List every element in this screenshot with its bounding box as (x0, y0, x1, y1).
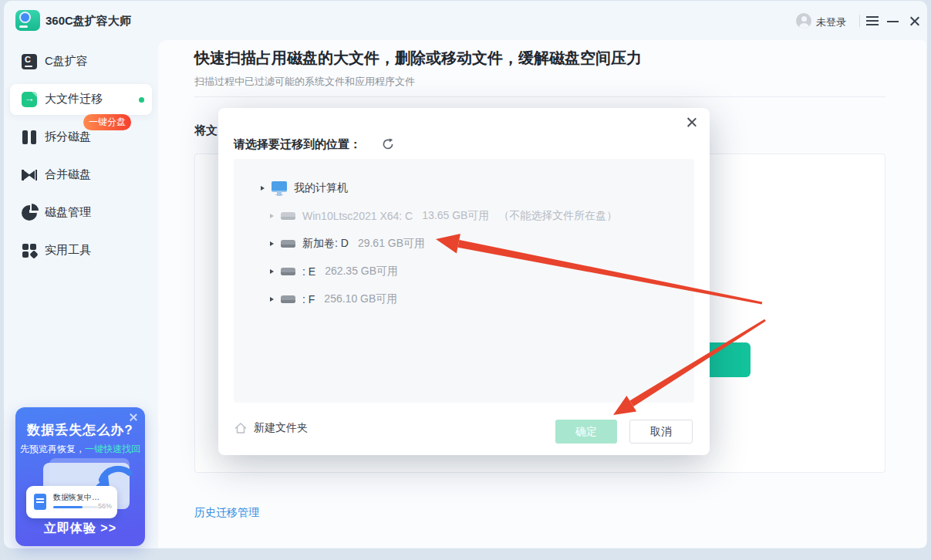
drive-tree-panel: 我的计算机 Win10Ltsc2021 X64: C 13.65 GB可用 （不… (234, 159, 694, 403)
tree-row-note: （不能选择文件所在盘） (498, 209, 617, 223)
sidebar-item-label: 合并磁盘 (45, 167, 91, 182)
hard-drive-icon (281, 240, 295, 248)
expander-icon[interactable] (261, 186, 265, 191)
tree-row-drive-c[interactable]: Win10Ltsc2021 X64: C 13.65 GB可用 （不能选择文件所… (234, 202, 694, 230)
login-status[interactable]: 未登录 (816, 15, 846, 29)
app-logo-icon (15, 10, 40, 31)
progress-bar (53, 506, 98, 508)
progress-percent: 56% (98, 502, 112, 510)
menu-icon[interactable] (866, 16, 879, 18)
c-drive-icon: C (22, 54, 37, 69)
app-window: 360C盘扩容大师 未登录 C C盘扩容 → 大文件迁移 一键分盘 拆分磁盘 合… (0, 0, 931, 560)
sidebar-item-c-drive-expand[interactable]: C C盘扩容 (10, 46, 152, 77)
promo-subtitle: 先预览再恢复，一键快速找回 (15, 443, 145, 456)
tree-row-label: Win10Ltsc2021 X64: C (302, 210, 413, 222)
data-recovery-promo-card[interactable]: 数据丢失怎么办? 先预览再恢复，一键快速找回 数据恢复中… 56% 立即体验 >… (15, 407, 145, 546)
sidebar-item-label: C盘扩容 (45, 54, 88, 69)
split-disk-icon (22, 130, 37, 145)
tree-row-size: 256.10 GB可用 (324, 292, 397, 306)
expander-icon[interactable] (270, 269, 274, 274)
sidebar-item-label: 实用工具 (45, 243, 91, 258)
notification-dot (139, 97, 144, 103)
sidebar-item-big-file-migrate[interactable]: → 大文件迁移 (10, 84, 152, 115)
divider (194, 96, 885, 97)
document-icon (34, 494, 46, 510)
dialog-title: 请选择要迁移到的位置： (234, 137, 361, 152)
hard-drive-icon (281, 295, 295, 303)
promo-illustration: 数据恢复中… 56% (26, 458, 134, 531)
tree-row-drive-d[interactable]: 新加卷: D 29.61 GB可用 (234, 230, 694, 258)
promo-title: 数据丢失怎么办? (15, 421, 145, 439)
migrate-file-icon: → (22, 92, 37, 107)
hard-drive-icon (281, 212, 295, 220)
page-title: 快速扫描占用磁盘的大文件，删除或移动文件，缓解磁盘空间压力 (194, 48, 642, 69)
tools-grid-icon (22, 243, 37, 258)
recovery-label: 数据恢复中… (53, 492, 100, 503)
one-key-partition-badge: 一键分盘 (83, 114, 131, 130)
sidebar-item-disk-manage[interactable]: 磁盘管理 (10, 197, 152, 228)
minimize-icon[interactable] (887, 21, 899, 22)
expander-icon[interactable] (270, 214, 274, 218)
tree-row-label: : E (302, 265, 315, 278)
sidebar-item-split-disk[interactable]: 拆分磁盘 (10, 122, 152, 153)
sidebar-item-merge-disk[interactable]: 合并磁盘 (10, 160, 152, 191)
hard-drive-icon (281, 268, 295, 275)
cancel-button[interactable]: 取消 (629, 420, 693, 444)
dialog-close-icon[interactable] (686, 116, 697, 128)
recovery-progress-card: 数据恢复中… 56% (26, 486, 117, 518)
sidebar-item-utilities[interactable]: 实用工具 (10, 235, 152, 266)
select-location-dialog: 请选择要迁移到的位置： 我的计算机 Win10Ltsc2021 X64: C 1… (218, 108, 710, 455)
expander-icon[interactable] (270, 297, 274, 302)
app-title: 360C盘扩容大师 (46, 14, 131, 29)
confirm-button[interactable]: 确定 (555, 420, 617, 444)
sidebar-item-label: 拆分磁盘 (45, 130, 91, 144)
sidebar-item-label: 大文件迁移 (45, 92, 103, 106)
promo-cta-button[interactable]: 立即体验 >> (15, 521, 145, 537)
computer-monitor-icon (272, 181, 287, 195)
merge-disk-icon (22, 167, 37, 183)
tree-row-label: : F (302, 293, 315, 305)
promo-subtitle-highlight: 一键快速找回 (85, 444, 140, 454)
expander-icon[interactable] (270, 241, 274, 246)
tree-row-drive-f[interactable]: : F 256.10 GB可用 (234, 285, 694, 313)
user-avatar-icon[interactable] (796, 13, 811, 29)
tree-row-label: 新加卷: D (302, 237, 349, 251)
history-migration-link[interactable]: 历史迁移管理 (194, 506, 259, 520)
clipped-section-label: 将文 (194, 123, 218, 138)
tree-row-my-computer[interactable]: 我的计算机 (234, 174, 694, 202)
sidebar-item-label: 磁盘管理 (45, 205, 91, 220)
home-icon (234, 421, 248, 435)
new-folder-button[interactable]: 新建文件夹 (234, 421, 308, 435)
close-icon[interactable] (908, 15, 921, 28)
tree-row-size: 13.65 GB可用 (422, 209, 489, 223)
tree-row-size: 29.61 GB可用 (358, 237, 425, 251)
titlebar-divider (859, 15, 860, 27)
refresh-icon[interactable] (382, 138, 394, 150)
tree-row-label: 我的计算机 (294, 181, 348, 195)
new-folder-label: 新建文件夹 (254, 421, 308, 435)
tree-row-drive-e[interactable]: : E 262.35 GB可用 (234, 258, 694, 285)
pie-chart-icon (22, 205, 37, 221)
tree-row-size: 262.35 GB可用 (325, 265, 398, 278)
page-subtitle: 扫描过程中已过滤可能的系统文件和应用程序文件 (194, 75, 415, 89)
